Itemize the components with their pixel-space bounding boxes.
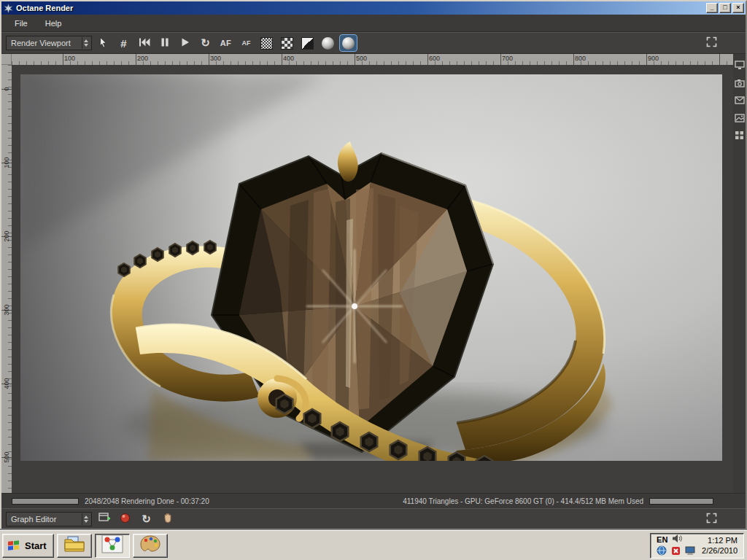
start-label: Start [25,540,47,551]
status-bar: 2048/2048 Rendering Done - 00:37:20 4119… [1,493,746,508]
autofocus-small-label: AF [242,39,251,47]
expand-arrows-icon [706,513,717,526]
refresh-icon: ↻ [142,513,151,526]
vruler-label: 100 [3,155,10,171]
volume-icon[interactable] [672,533,682,546]
folder-icon [63,534,85,556]
vruler-label: 400 [3,376,10,392]
clock-time: 1:12 PM [708,535,738,545]
hand-icon [163,513,173,526]
file-manager-shortcut[interactable] [57,534,92,558]
right-sidebar [733,54,746,493]
autofocus-button[interactable]: AF [217,34,235,52]
octane-logo-icon [4,4,13,13]
focus-pick-button[interactable]: # [115,34,133,52]
hruler-label: 400 [283,55,294,62]
hruler-label: 300 [210,55,221,62]
expand-graph-button[interactable] [703,510,721,528]
menu-bar: File Help [1,15,746,32]
select-tool-button[interactable] [94,34,112,52]
viewport-dropdown[interactable]: Render Viewport [6,36,92,50]
minimize-button[interactable]: _ [706,3,718,13]
maximize-button[interactable]: □ [719,3,731,13]
vertical-ruler: 0 100 200 300 400 500 [1,65,12,493]
language-indicator[interactable]: EN [657,535,667,544]
window-title: Octane Render [16,4,705,12]
spinner-arrows-icon[interactable] [82,513,90,525]
refresh-graph-button[interactable]: ↻ [137,510,155,528]
hruler-label: 700 [502,55,513,62]
hruler-label: 200 [137,55,148,62]
skip-to-start-button[interactable] [135,34,153,52]
render-viewport [12,65,733,493]
pause-render-button[interactable] [155,34,174,52]
material-preview-button[interactable] [116,510,134,528]
menu-help[interactable]: Help [36,16,71,31]
autofocus-label: AF [220,39,232,47]
main-toolbar: Render Viewport # ↻ AF [1,32,746,54]
system-tray: EN 1:12 PM [650,533,744,559]
vruler-label: 500 [3,449,10,465]
cursor-arrow-icon [98,36,108,50]
globe-icon[interactable] [657,545,667,559]
clock: 1:12 PM 2/26/2010 [702,535,738,556]
restart-render-button[interactable]: ↻ [196,34,214,52]
vruler-label: 200 [3,228,10,244]
hruler-label: 900 [648,55,659,62]
vruler-label: 300 [3,302,10,318]
start-button[interactable]: Start [2,534,54,558]
sphere-icon [322,37,334,50]
coarse-checker-icon [281,37,293,50]
dither-coarse-button[interactable] [278,34,296,52]
clock-date: 2/26/2010 [702,545,738,556]
autofocus-pick-button[interactable]: AF [237,34,255,52]
panel-grid-icon[interactable] [734,130,745,141]
pause-icon [160,38,169,49]
vruler-label: 0 [3,81,10,97]
sphere-selected-icon [342,37,355,50]
fine-checker-icon [260,37,273,50]
pan-tool-button[interactable] [158,510,177,528]
node-graph-icon [101,534,123,556]
rewind-icon [139,38,150,49]
palette-icon [139,534,161,556]
refresh-icon: ↻ [201,36,210,50]
memory-progress-fill [650,499,713,504]
whitepoint-ball-button[interactable] [319,34,337,52]
render-viewport-canvas[interactable] [20,74,722,461]
taskbar: Start EN [0,530,747,560]
menu-file[interactable]: File [6,16,36,31]
gpu-status-text: 411940 Triangles - GPU: GeForce 8600 GT … [403,497,643,505]
color-picker-shortcut[interactable] [133,534,168,558]
panel-camera-icon[interactable] [734,77,745,88]
panel-monitor-icon[interactable] [734,60,745,71]
close-button[interactable]: × [732,3,744,13]
network-icon[interactable] [685,545,696,559]
graph-editor-bar: Graph Editor ↻ [1,508,746,529]
hruler-label: 100 [64,55,75,62]
horizontal-ruler: 100 200 300 400 500 600 700 800 900 [12,54,733,65]
render-progress-bar [12,498,79,505]
title-bar[interactable]: Octane Render _ □ × [1,1,746,15]
screen: Octane Render _ □ × File Help Render Vie… [0,0,747,560]
viewport-dropdown-value: Render Viewport [11,39,79,47]
octane-graph-shortcut[interactable] [95,534,130,558]
graph-editor-dropdown-value: Graph Editor [11,515,79,524]
hruler-label: 800 [575,55,586,62]
contrast-button[interactable] [298,34,317,52]
octane-render-window: Octane Render _ □ × File Help Render Vie… [0,0,747,530]
security-alert-icon[interactable] [671,545,681,559]
play-icon [181,38,190,49]
panel-mail-icon[interactable] [734,95,745,106]
new-nodegraph-button[interactable] [95,510,113,528]
graph-editor-dropdown[interactable]: Graph Editor [6,512,92,526]
start-render-button[interactable] [176,34,194,52]
panel-image-icon[interactable] [734,112,745,123]
windows-flag-icon [7,538,21,553]
whitepoint-ball-active-button[interactable] [339,34,357,52]
dither-fine-button[interactable] [258,34,276,52]
window-plus-icon [98,513,110,525]
spinner-arrows-icon[interactable] [82,37,90,49]
render-status-text: 2048/2048 Rendering Done - 00:37:20 [85,497,209,505]
expand-viewport-button[interactable] [703,34,721,52]
